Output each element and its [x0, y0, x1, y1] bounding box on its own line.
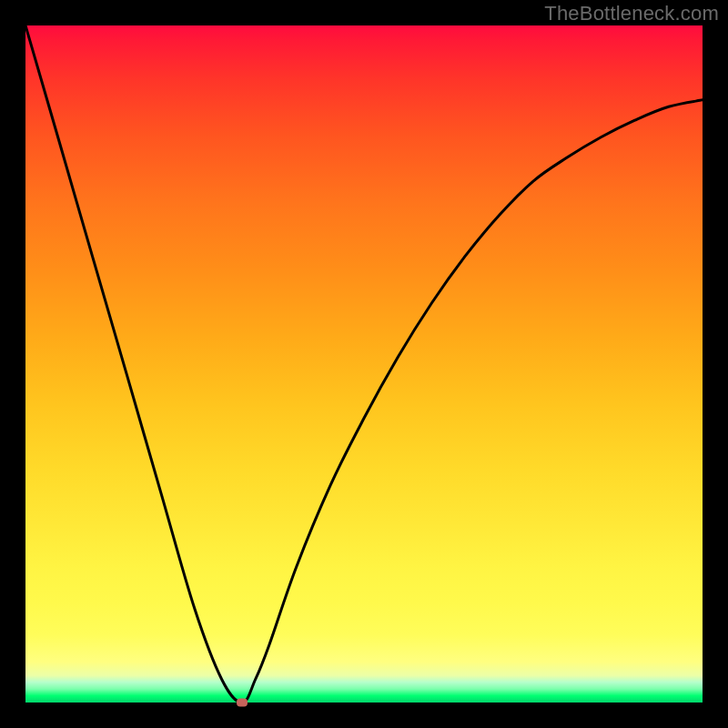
chart-frame: TheBottleneck.com	[0, 0, 728, 728]
plot-area	[25, 25, 703, 703]
attribution-text: TheBottleneck.com	[544, 2, 719, 25]
bottleneck-curve	[25, 25, 703, 703]
optimal-marker	[237, 699, 248, 707]
